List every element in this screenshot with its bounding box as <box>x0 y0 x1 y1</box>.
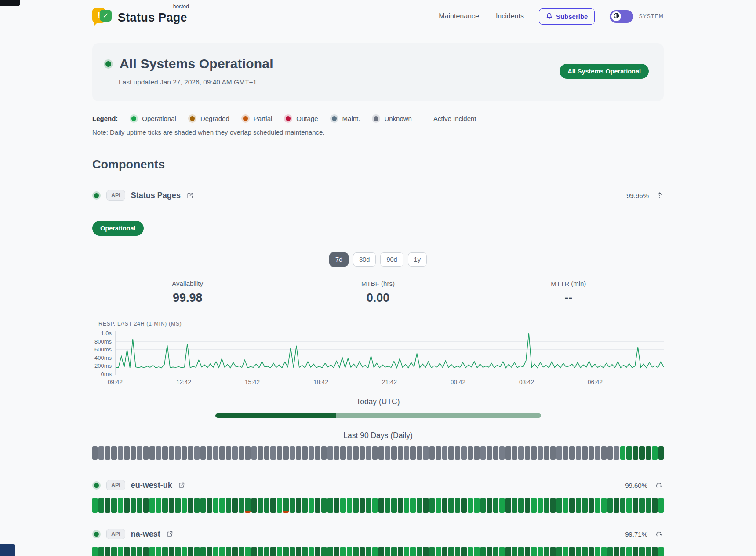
uptime-tick[interactable] <box>385 498 390 513</box>
uptime-tick[interactable] <box>595 547 600 556</box>
uptime-tick[interactable] <box>487 547 492 556</box>
uptime-tick[interactable] <box>188 547 193 556</box>
uptime-tick[interactable] <box>92 446 98 460</box>
uptime-tick[interactable] <box>105 547 110 556</box>
uptime-tick[interactable] <box>156 547 161 556</box>
range-button-7d[interactable]: 7d <box>329 252 349 267</box>
uptime-tick[interactable] <box>137 498 142 513</box>
collapse-icon[interactable] <box>656 190 664 200</box>
uptime-tick[interactable] <box>366 498 371 513</box>
uptime-tick[interactable] <box>601 446 607 460</box>
uptime-tick[interactable] <box>607 498 613 513</box>
uptime-tick[interactable] <box>576 446 581 460</box>
uptime-tick[interactable] <box>131 498 136 513</box>
uptime-tick[interactable] <box>340 498 345 513</box>
uptime-tick[interactable] <box>366 446 371 460</box>
uptime-tick[interactable] <box>436 446 441 460</box>
uptime-tick[interactable] <box>391 547 396 556</box>
uptime-tick[interactable] <box>480 498 486 513</box>
uptime-tick[interactable] <box>111 547 116 556</box>
uptime-tick[interactable] <box>207 498 212 513</box>
uptime-tick[interactable] <box>538 498 543 513</box>
uptime-tick[interactable] <box>251 498 257 513</box>
uptime-tick[interactable] <box>194 498 200 513</box>
uptime-tick[interactable] <box>626 547 632 556</box>
uptime-tick[interactable] <box>429 547 435 556</box>
uptime-tick[interactable] <box>372 446 378 460</box>
uptime-tick[interactable] <box>620 547 625 556</box>
uptime-tick[interactable] <box>290 446 295 460</box>
uptime-tick[interactable] <box>258 547 263 556</box>
uptime-tick[interactable] <box>118 547 123 556</box>
uptime-tick[interactable] <box>589 498 594 513</box>
uptime-tick[interactable] <box>162 446 167 460</box>
uptime-tick[interactable] <box>518 547 523 556</box>
uptime-tick[interactable] <box>270 498 276 513</box>
external-link-icon[interactable] <box>166 530 173 538</box>
uptime-tick[interactable] <box>207 547 212 556</box>
uptime-tick[interactable] <box>658 547 664 556</box>
uptime-tick[interactable] <box>474 446 479 460</box>
uptime-tick[interactable] <box>448 498 454 513</box>
uptime-tick[interactable] <box>455 446 460 460</box>
uptime-tick[interactable] <box>124 498 129 513</box>
expand-icon[interactable] <box>654 481 664 490</box>
uptime-tick[interactable] <box>525 498 530 513</box>
uptime-tick[interactable] <box>334 446 339 460</box>
uptime-tick[interactable] <box>340 547 345 556</box>
uptime-tick[interactable] <box>302 446 307 460</box>
nav-link-maintenance[interactable]: Maintenance <box>439 12 479 20</box>
uptime-tick[interactable] <box>448 547 454 556</box>
uptime-tick[interactable] <box>111 498 116 513</box>
uptime-tick[interactable] <box>213 498 218 513</box>
uptime-tick[interactable] <box>569 498 574 513</box>
uptime-tick[interactable] <box>277 446 282 460</box>
uptime-tick[interactable] <box>182 446 187 460</box>
uptime-tick[interactable] <box>525 547 530 556</box>
uptime-tick[interactable] <box>277 547 282 556</box>
uptime-tick[interactable] <box>334 547 339 556</box>
uptime-tick[interactable] <box>614 498 619 513</box>
uptime-tick[interactable] <box>442 547 447 556</box>
uptime-tick[interactable] <box>378 547 384 556</box>
uptime-tick[interactable] <box>601 498 607 513</box>
uptime-tick[interactable] <box>98 498 104 513</box>
uptime-tick[interactable] <box>404 547 409 556</box>
uptime-tick[interactable] <box>417 498 422 513</box>
uptime-tick[interactable] <box>124 446 129 460</box>
range-button-30d[interactable]: 30d <box>353 252 376 267</box>
uptime-tick[interactable] <box>219 446 225 460</box>
uptime-tick[interactable] <box>652 446 657 460</box>
uptime-tick[interactable] <box>480 446 486 460</box>
uptime-tick[interactable] <box>353 498 358 513</box>
uptime-tick[interactable] <box>360 446 365 460</box>
uptime-tick[interactable] <box>321 498 327 513</box>
uptime-tick[interactable] <box>404 498 409 513</box>
uptime-tick[interactable] <box>589 547 594 556</box>
uptime-tick[interactable] <box>309 547 314 556</box>
uptime-tick[interactable] <box>283 547 288 556</box>
uptime-tick[interactable] <box>169 498 174 513</box>
uptime-tick[interactable] <box>404 446 409 460</box>
uptime-tick[interactable] <box>372 498 378 513</box>
uptime-tick[interactable] <box>175 446 180 460</box>
uptime-tick[interactable] <box>105 498 110 513</box>
uptime-tick[interactable] <box>353 547 358 556</box>
uptime-tick[interactable] <box>131 547 136 556</box>
uptime-tick[interactable] <box>468 498 473 513</box>
uptime-tick[interactable] <box>499 446 505 460</box>
uptime-tick[interactable] <box>309 498 314 513</box>
uptime-tick[interactable] <box>149 547 155 556</box>
uptime-tick[interactable] <box>245 547 250 556</box>
uptime-tick[interactable] <box>626 498 632 513</box>
external-link-icon[interactable] <box>186 192 194 199</box>
uptime-tick[interactable] <box>589 446 594 460</box>
uptime-tick[interactable] <box>169 446 174 460</box>
uptime-tick[interactable] <box>595 446 600 460</box>
uptime-tick[interactable] <box>321 547 327 556</box>
uptime-tick[interactable] <box>556 498 562 513</box>
uptime-tick[interactable] <box>538 446 543 460</box>
uptime-tick[interactable] <box>226 547 231 556</box>
uptime-tick[interactable] <box>92 498 98 513</box>
uptime-tick[interactable] <box>620 498 625 513</box>
